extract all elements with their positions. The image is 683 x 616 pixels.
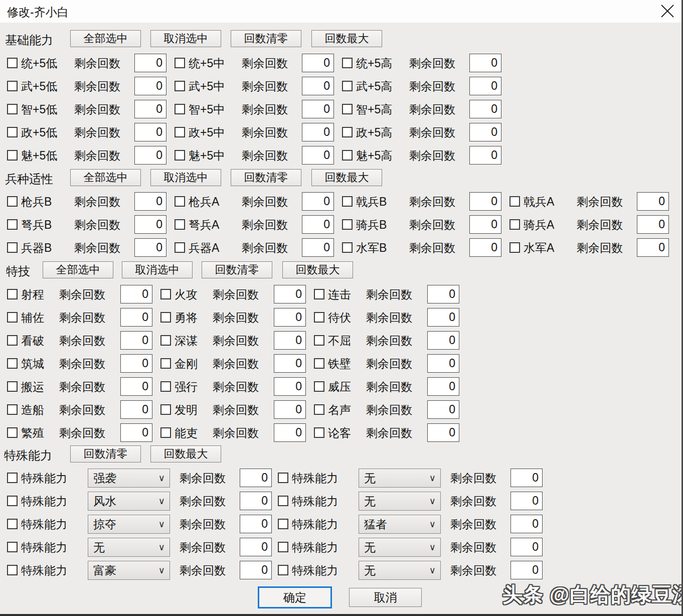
ability-select[interactable]: 掠夺 ∨ bbox=[88, 515, 170, 534]
ability-select[interactable]: 无 ∨ bbox=[359, 561, 441, 580]
remaining-count-input[interactable] bbox=[302, 146, 334, 165]
remaining-count-input[interactable] bbox=[120, 308, 152, 327]
item-checkbox[interactable] bbox=[342, 81, 353, 91]
cancel-button[interactable]: 取消 bbox=[349, 588, 422, 607]
ok-button[interactable]: 确定 bbox=[258, 586, 332, 608]
item-checkbox[interactable] bbox=[7, 219, 18, 230]
item-checkbox[interactable] bbox=[7, 496, 18, 506]
remaining-count-input[interactable] bbox=[274, 377, 306, 396]
ability-select[interactable]: 强袭 ∨ bbox=[88, 469, 170, 488]
remaining-count-input[interactable] bbox=[469, 77, 501, 95]
item-checkbox[interactable] bbox=[314, 335, 324, 346]
remaining-count-input[interactable] bbox=[637, 192, 669, 211]
item-checkbox[interactable] bbox=[342, 150, 353, 161]
item-checkbox[interactable] bbox=[342, 58, 353, 68]
select-all-button[interactable]: 全部选中 bbox=[70, 169, 141, 186]
ability-select[interactable]: 富豪 ∨ bbox=[88, 561, 170, 580]
item-checkbox[interactable] bbox=[160, 335, 171, 346]
item-checkbox[interactable] bbox=[7, 104, 18, 114]
remaining-count-input[interactable] bbox=[274, 285, 306, 303]
ability-select[interactable]: 无 ∨ bbox=[88, 538, 170, 557]
ability-select[interactable]: 风水 ∨ bbox=[88, 492, 170, 511]
item-checkbox[interactable] bbox=[175, 58, 185, 68]
item-checkbox[interactable] bbox=[160, 404, 171, 415]
clear-count-button[interactable]: 回数清零 bbox=[231, 169, 301, 186]
remaining-count-input[interactable] bbox=[134, 77, 166, 95]
item-checkbox[interactable] bbox=[175, 81, 185, 91]
remaining-count-input[interactable] bbox=[120, 423, 152, 442]
item-checkbox[interactable] bbox=[160, 312, 171, 323]
remaining-count-input[interactable] bbox=[240, 561, 272, 579]
ability-select[interactable]: 无 ∨ bbox=[359, 492, 441, 511]
item-checkbox[interactable] bbox=[314, 404, 324, 415]
remaining-count-input[interactable] bbox=[510, 561, 543, 579]
item-checkbox[interactable] bbox=[175, 219, 185, 230]
item-checkbox[interactable] bbox=[160, 427, 171, 438]
remaining-count-input[interactable] bbox=[274, 423, 306, 442]
remaining-count-input[interactable] bbox=[469, 192, 501, 211]
item-checkbox[interactable] bbox=[314, 358, 324, 369]
select-all-button[interactable]: 全部选中 bbox=[70, 30, 141, 47]
item-checkbox[interactable] bbox=[342, 242, 353, 253]
max-count-button[interactable]: 回数最大 bbox=[311, 169, 382, 186]
remaining-count-input[interactable] bbox=[427, 354, 459, 373]
clear-count-button[interactable]: 回数清零 bbox=[70, 445, 141, 463]
remaining-count-input[interactable] bbox=[134, 215, 166, 234]
ability-select[interactable]: 无 ∨ bbox=[359, 538, 441, 557]
deselect-all-button[interactable]: 取消选中 bbox=[150, 169, 221, 186]
remaining-count-input[interactable] bbox=[274, 308, 306, 327]
remaining-count-input[interactable] bbox=[302, 192, 334, 211]
item-checkbox[interactable] bbox=[7, 565, 18, 575]
remaining-count-input[interactable] bbox=[510, 515, 543, 533]
item-checkbox[interactable] bbox=[160, 358, 171, 369]
close-button[interactable] bbox=[658, 2, 676, 20]
item-checkbox[interactable] bbox=[342, 219, 353, 230]
remaining-count-input[interactable] bbox=[240, 469, 272, 487]
item-checkbox[interactable] bbox=[7, 519, 18, 529]
item-checkbox[interactable] bbox=[7, 404, 18, 415]
item-checkbox[interactable] bbox=[342, 104, 353, 114]
remaining-count-input[interactable] bbox=[120, 377, 152, 396]
item-checkbox[interactable] bbox=[509, 219, 520, 230]
remaining-count-input[interactable] bbox=[302, 123, 334, 141]
remaining-count-input[interactable] bbox=[134, 123, 166, 141]
remaining-count-input[interactable] bbox=[510, 538, 543, 556]
remaining-count-input[interactable] bbox=[427, 331, 459, 350]
item-checkbox[interactable] bbox=[175, 127, 185, 137]
remaining-count-input[interactable] bbox=[120, 400, 152, 419]
item-checkbox[interactable] bbox=[509, 242, 520, 253]
remaining-count-input[interactable] bbox=[469, 146, 501, 165]
remaining-count-input[interactable] bbox=[510, 492, 543, 510]
item-checkbox[interactable] bbox=[278, 473, 288, 483]
clear-count-button[interactable]: 回数清零 bbox=[202, 261, 272, 278]
remaining-count-input[interactable] bbox=[134, 192, 166, 211]
item-checkbox[interactable] bbox=[7, 196, 18, 207]
remaining-count-input[interactable] bbox=[274, 331, 306, 350]
item-checkbox[interactable] bbox=[160, 381, 171, 392]
remaining-count-input[interactable] bbox=[427, 400, 459, 419]
remaining-count-input[interactable] bbox=[134, 100, 166, 118]
item-checkbox[interactable] bbox=[314, 289, 324, 299]
item-checkbox[interactable] bbox=[7, 58, 18, 68]
item-checkbox[interactable] bbox=[7, 289, 18, 299]
item-checkbox[interactable] bbox=[7, 335, 18, 346]
item-checkbox[interactable] bbox=[314, 381, 324, 392]
remaining-count-input[interactable] bbox=[302, 100, 334, 118]
remaining-count-input[interactable] bbox=[427, 423, 459, 442]
remaining-count-input[interactable] bbox=[302, 238, 334, 257]
remaining-count-input[interactable] bbox=[240, 492, 272, 510]
remaining-count-input[interactable] bbox=[134, 54, 166, 72]
remaining-count-input[interactable] bbox=[134, 238, 166, 257]
remaining-count-input[interactable] bbox=[302, 215, 334, 234]
item-checkbox[interactable] bbox=[7, 427, 18, 438]
remaining-count-input[interactable] bbox=[427, 285, 459, 303]
item-checkbox[interactable] bbox=[175, 150, 185, 161]
remaining-count-input[interactable] bbox=[240, 538, 272, 556]
deselect-all-button[interactable]: 取消选中 bbox=[150, 30, 221, 47]
remaining-count-input[interactable] bbox=[120, 331, 152, 350]
remaining-count-input[interactable] bbox=[637, 238, 669, 257]
item-checkbox[interactable] bbox=[7, 473, 18, 483]
remaining-count-input[interactable] bbox=[302, 54, 334, 72]
item-checkbox[interactable] bbox=[175, 104, 185, 114]
item-checkbox[interactable] bbox=[342, 127, 353, 137]
